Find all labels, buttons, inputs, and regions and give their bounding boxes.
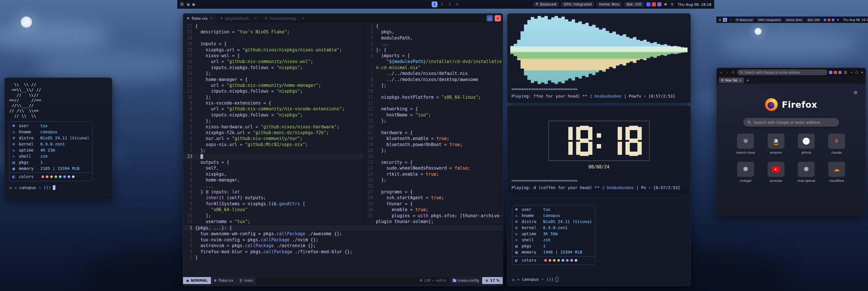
tab-close-icon[interactable]: ×	[210, 16, 213, 20]
tab-close-icon[interactable]: ×	[739, 79, 742, 82]
shortcut-github[interactable]: github	[794, 134, 819, 154]
code-line: 11 nixpkgs.hostPlatform = "x86_64-linux"…	[364, 94, 503, 100]
fetch-row-distro: ❄distroNixOS 24.11 (Vicuna)	[9, 135, 92, 141]
tab-close-icon[interactable]: ×	[254, 16, 257, 20]
line-number: 8	[364, 77, 376, 83]
tray-icon-3[interactable]	[657, 2, 661, 6]
editor-tab-flake.nix[interactable]: ❄flake.nix×	[183, 13, 216, 23]
tray-icon-1[interactable]	[824, 19, 826, 21]
shortcut-chatgpt[interactable]: ❋chatgpt	[733, 162, 758, 182]
tab-new-tab[interactable]: New Tab ×	[719, 78, 744, 83]
tag-1[interactable]: 1	[723, 18, 727, 22]
code-line: 7 inputs.nixpkgs.follows = "nixpkgs";	[183, 112, 364, 118]
line-number: 12	[183, 83, 195, 88]
tab-label: flake.nix	[192, 16, 208, 21]
editor-tab-hosts/isoImag...[interactable]: ❄hosts/isoImag...×	[261, 13, 308, 23]
code-line: 5}	[183, 255, 503, 261]
workspace-tags: 12	[723, 18, 733, 22]
line-number: 6	[364, 53, 376, 59]
editor-pane-iso-image[interactable]: 1{2 pkgs,3 modulesPath,4 ...5}: {6 impor…	[364, 23, 503, 225]
file-chip: ❄flake.nix	[211, 277, 237, 284]
fetch-row-memory: ▦memory2185 | 15394 MiB	[9, 166, 92, 172]
cwd: ~	[539, 277, 546, 282]
search-input[interactable]: Search with Google or enter address	[743, 118, 839, 127]
tray-icon-2[interactable]	[652, 2, 656, 6]
editor-tab-pkgs/default...[interactable]: ❄pkgs/default...×	[216, 13, 261, 23]
shortcut-chat.openai[interactable]: ❋chat.openai	[794, 162, 819, 182]
reload-button[interactable]: ⟳	[731, 70, 736, 75]
close-button[interactable]: ✕	[861, 71, 863, 74]
shell-prompt[interactable]: ⌂ → canopus ~ )))	[9, 185, 107, 190]
uptime-icon: ↻	[515, 231, 522, 237]
shell-icon: >	[12, 153, 19, 159]
fetch-label: shell	[19, 153, 40, 159]
line-number: 17	[364, 130, 376, 136]
settings-gear-icon[interactable]: ⚙	[854, 90, 858, 95]
code-line: 19 bluetooth.powerOnBoot = true;	[364, 142, 503, 148]
extension-icon-2[interactable]	[834, 71, 837, 74]
line-number: 1	[183, 159, 195, 165]
tag-4[interactable]: 4	[454, 1, 460, 7]
tab-close-icon[interactable]: ×	[302, 16, 304, 20]
tray-icon-1[interactable]	[646, 2, 650, 6]
editor-pane-flake-nix[interactable]: 22{21 description = "tux's NixOS Flake";…	[183, 23, 364, 225]
code-line: 12 url = "github:nix-community/home-mana…	[183, 83, 364, 88]
minimize-button[interactable]: ─	[850, 71, 852, 74]
terminal-window-left: \\ \\ // ==\\__\\/ // // \\// ==// //== …	[4, 78, 112, 200]
pin-button[interactable]: ◫	[487, 15, 493, 22]
line-number: 20	[364, 148, 376, 153]
tray-icon-2[interactable]	[828, 19, 830, 21]
app-icon-2[interactable]: ●	[192, 2, 195, 6]
menu-icon[interactable]: ☰	[719, 18, 721, 22]
color-dot	[566, 259, 568, 262]
track-progress-bar: ==========================>	[512, 87, 578, 91]
code-line: 22{	[183, 23, 364, 29]
tag-1[interactable]: 1	[432, 1, 437, 7]
system-tray	[824, 19, 834, 21]
forward-button[interactable]: ›	[725, 70, 729, 75]
memory-icon: ▦	[515, 249, 522, 255]
shell-icon: >	[515, 237, 522, 243]
line-number: 21	[364, 154, 376, 159]
workspace-tags: 1234	[432, 1, 460, 7]
shortcut-search.nixos[interactable]: ❄search.nixos	[733, 134, 758, 154]
volume-icon[interactable]	[837, 18, 840, 21]
wifi-icon[interactable]	[670, 2, 674, 6]
shortcut-claude[interactable]: ✳claude	[824, 134, 849, 154]
maximize-button[interactable]: ▢	[855, 71, 858, 74]
shortcut-amazon[interactable]: aamazon	[764, 134, 789, 154]
kernel-icon: ⚙	[12, 141, 19, 147]
fetch-row-pkgs: ▤pkgs1	[512, 243, 595, 249]
app-icon-1[interactable]: ▣	[187, 2, 190, 6]
line-number: 5	[183, 255, 195, 261]
code-line: n-cd-minimal.nix"	[364, 65, 503, 70]
cursor	[53, 185, 55, 190]
line-number: 17	[183, 53, 195, 59]
url-bar[interactable]: Search with Google or enter address	[737, 69, 827, 75]
tag-2[interactable]: 2	[439, 1, 445, 7]
tag-2[interactable]: 2	[729, 18, 733, 22]
extension-icon-1[interactable]	[829, 71, 832, 74]
line-number: 14	[183, 70, 195, 77]
shell-prompt[interactable]: ⌂ → canopus ~ )))	[512, 277, 558, 282]
shortcut-cloudflare[interactable]: ☁cloudflare	[824, 162, 849, 182]
new-tab-button[interactable]: +	[746, 78, 749, 83]
editor-pane-pkgs-default[interactable]: 1{pkgs, ...}: {1 tux-awesome-wm-config =…	[183, 225, 503, 277]
back-button[interactable]: ‹	[719, 70, 723, 75]
shortcut-youtube[interactable]: ▶youtube	[764, 162, 789, 182]
shortcut-label: chatgpt	[740, 179, 751, 182]
fetch-value: 1	[543, 243, 546, 249]
code-line: 14 hostName = "iso";	[364, 112, 503, 118]
extension-icon-3[interactable]	[838, 71, 842, 74]
menu-icon[interactable]: ☰	[180, 2, 184, 7]
volume-icon[interactable]	[664, 2, 668, 6]
window-close-button[interactable]: ✕	[495, 15, 501, 22]
app-icons: ▣●	[187, 2, 195, 6]
hostname: canopus	[19, 185, 36, 190]
fetch-info-box: ☻usertux⌂hnamecanopus❄distroNixOS 24.11 …	[512, 205, 595, 265]
code-line: 29 thunar = {	[364, 201, 503, 207]
code-line: 8 url = "github:nix-community/nix-vscode…	[183, 106, 364, 112]
menu-button[interactable]: ☰	[843, 70, 848, 75]
tray-icon-3[interactable]	[832, 19, 834, 21]
tag-3[interactable]: 3	[447, 1, 453, 7]
